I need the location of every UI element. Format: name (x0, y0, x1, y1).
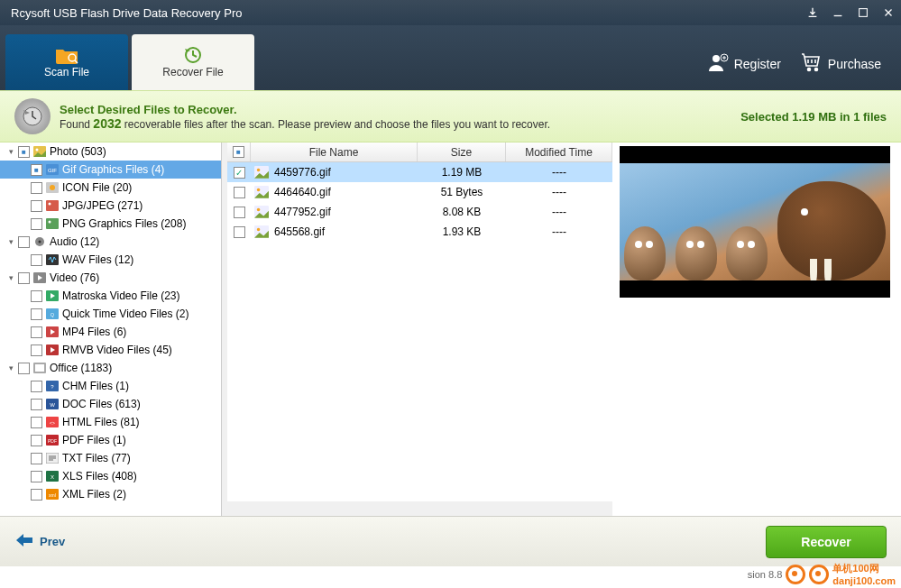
tree-checkbox[interactable] (31, 453, 42, 464)
tree-checkbox[interactable] (31, 218, 42, 230)
tree-item[interactable]: QQuick Time Video Files (2) (0, 305, 221, 323)
table-row[interactable]: 4464640.gif51 Bytes---- (227, 182, 612, 202)
svg-text:xml: xml (49, 492, 56, 498)
tree-item[interactable]: TXT Files (77) (0, 449, 221, 467)
table-row[interactable]: 4477952.gif8.08 KB---- (227, 202, 612, 222)
row-checkbox[interactable] (234, 226, 245, 238)
tree-checkbox[interactable] (18, 272, 30, 284)
expand-toggle[interactable] (19, 165, 28, 174)
expand-toggle[interactable] (19, 400, 28, 409)
expand-toggle[interactable] (19, 255, 28, 264)
tree-checkbox[interactable] (31, 417, 42, 428)
expand-toggle[interactable] (19, 327, 28, 336)
expand-toggle[interactable] (19, 309, 28, 318)
tree-checkbox[interactable] (31, 290, 42, 302)
register-button[interactable]: Register (707, 51, 781, 76)
tree-item[interactable]: PDFPDF Files (1) (0, 431, 221, 449)
expand-toggle[interactable] (19, 201, 28, 210)
svg-point-6 (814, 69, 817, 71)
row-checkbox[interactable] (234, 187, 245, 198)
tree-checkbox[interactable] (31, 381, 42, 392)
tree-item[interactable]: ▾Video (76) (0, 269, 221, 287)
tree-item[interactable]: PNG Graphics Files (208) (0, 215, 221, 233)
xls-icon: X (45, 470, 60, 482)
tree-item[interactable]: RMVB Video Files (45) (0, 341, 221, 359)
expand-toggle[interactable] (19, 381, 28, 390)
header-size[interactable]: Size (418, 142, 506, 161)
tree-item[interactable]: JPG/JPEG (271) (0, 197, 221, 215)
recover-button[interactable]: Recover (766, 526, 887, 558)
expand-toggle[interactable]: ▾ (6, 237, 15, 246)
select-all-checkbox[interactable] (233, 146, 244, 158)
expand-toggle[interactable] (19, 418, 28, 427)
expand-toggle[interactable]: ▾ (6, 363, 15, 372)
category-tree[interactable]: ▾Photo (503)GIFGif Graphics Files (4)ICO… (0, 142, 222, 516)
tree-item[interactable]: ▾Office (1183) (0, 359, 221, 377)
tree-item[interactable]: WAV Files (12) (0, 251, 221, 269)
expand-toggle[interactable]: ▾ (6, 273, 15, 282)
tree-item[interactable]: ICON File (20) (0, 179, 221, 197)
maximize-button[interactable] (850, 0, 876, 25)
tree-checkbox[interactable] (31, 326, 42, 338)
expand-toggle[interactable] (19, 472, 28, 481)
svg-point-15 (49, 203, 51, 206)
tree-item[interactable]: XXLS Files (408) (0, 467, 221, 485)
tree-checkbox[interactable] (31, 182, 42, 194)
tree-item[interactable]: GIFGif Graphics Files (4) (0, 161, 221, 179)
download-icon[interactable] (800, 0, 825, 25)
register-label: Register (734, 57, 781, 71)
table-body[interactable]: ✓4459776.gif1.19 MB----4464640.gif51 Byt… (227, 162, 612, 501)
expand-toggle[interactable] (19, 183, 28, 192)
row-checkbox[interactable] (234, 207, 245, 218)
tree-item[interactable]: ▾Photo (503) (0, 142, 221, 161)
file-name: 4464640.gif (274, 186, 331, 198)
expand-toggle[interactable] (19, 454, 28, 463)
txt-icon (45, 452, 60, 464)
table-row[interactable]: 645568.gif1.93 KB---- (227, 222, 612, 242)
tree-item[interactable]: Matroska Video File (23) (0, 287, 221, 305)
preview-image (620, 163, 890, 280)
tree-item[interactable]: WDOC Files (613) (0, 395, 221, 413)
header-modified[interactable]: Modified Time (506, 142, 612, 161)
tree-item[interactable]: <>HTML Files (81) (0, 413, 221, 431)
tree-item[interactable]: ?CHM Files (1) (0, 377, 221, 395)
svg-point-45 (257, 188, 260, 191)
tree-checkbox[interactable] (31, 345, 42, 356)
tree-checkbox[interactable] (31, 308, 42, 320)
tree-checkbox[interactable] (31, 489, 42, 501)
expand-toggle[interactable] (19, 436, 28, 445)
minimize-button[interactable] (825, 0, 850, 25)
tree-item[interactable]: xmlXML Files (2) (0, 485, 221, 503)
tree-checkbox[interactable] (31, 399, 42, 410)
expand-toggle[interactable] (19, 291, 28, 300)
close-button[interactable] (876, 0, 901, 25)
tree-checkbox[interactable] (18, 363, 30, 374)
row-checkbox[interactable]: ✓ (234, 167, 245, 179)
expand-toggle[interactable] (19, 219, 28, 228)
rmvb-icon (45, 344, 60, 356)
table-row[interactable]: ✓4459776.gif1.19 MB---- (227, 162, 612, 182)
horizontal-scrollbar[interactable] (227, 501, 612, 516)
tree-checkbox[interactable] (31, 254, 42, 266)
tree-checkbox[interactable] (31, 471, 42, 482)
tree-checkbox[interactable] (18, 146, 30, 158)
tree-label: WAV Files (12) (62, 253, 133, 266)
tree-checkbox[interactable] (31, 200, 42, 212)
tree-label: RMVB Video Files (45) (62, 344, 172, 356)
header-checkbox-cell[interactable] (227, 142, 251, 161)
expand-toggle[interactable] (19, 345, 28, 354)
tree-item[interactable]: MP4 Files (6) (0, 323, 221, 341)
tree-checkbox[interactable] (31, 164, 42, 176)
expand-toggle[interactable] (19, 490, 28, 499)
prev-button[interactable]: Prev (14, 532, 65, 551)
file-modified: ---- (506, 206, 612, 218)
tab-recover-file[interactable]: Recover File (132, 34, 254, 90)
tree-item[interactable]: ▾Audio (12) (0, 233, 221, 251)
header-filename[interactable]: File Name (251, 142, 418, 161)
tree-checkbox[interactable] (31, 435, 42, 446)
preview-pane (612, 142, 901, 516)
tab-scan-file[interactable]: Scan File (5, 34, 128, 90)
expand-toggle[interactable]: ▾ (6, 147, 15, 156)
purchase-button[interactable]: Purchase (801, 51, 881, 76)
tree-checkbox[interactable] (18, 236, 30, 248)
